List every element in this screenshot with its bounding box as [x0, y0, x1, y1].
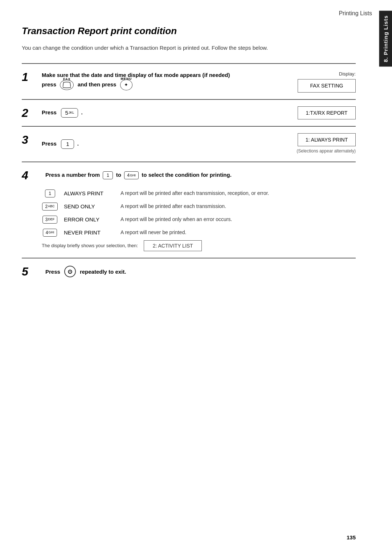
step-4-display-note: The display briefly shows your selection…	[42, 240, 356, 251]
step-5-body: Press ⊙ repeatedly to exit.	[45, 266, 126, 277]
step-2-key: 5JKL	[61, 108, 78, 118]
step-4: 4 Press a number from 1 to 4GHI to selec…	[22, 162, 356, 258]
page-title: Transaction Report print condition	[22, 25, 356, 37]
option-3-name: ERROR ONLY	[64, 216, 115, 223]
step-2-key-sub: JKL	[69, 111, 74, 114]
step-2: 2 Press 5JKL . 1:TX/RX REPORT	[22, 99, 356, 126]
option-error-only: 3DEF ERROR ONLY A report will be printed…	[42, 216, 356, 224]
step-1-and-then: and then press	[76, 81, 119, 87]
option-4-name: NEVER PRINT	[64, 229, 115, 236]
option-always-print: 1 ALWAYS PRINT A report will be printed …	[42, 189, 356, 197]
step-5-end: repeatedly to exit.	[80, 269, 126, 275]
step-3-key: 1	[61, 139, 74, 149]
step-5-number: 5	[22, 265, 42, 278]
fax-key: FAX	[60, 80, 74, 90]
option-3-desc: A report will be printed only when an er…	[121, 216, 356, 223]
step-3-instruction: Press	[42, 140, 57, 147]
step-3: 3 Press 1 . 1: ALWAYS PRINT (Selections …	[22, 126, 356, 162]
menu-label: MENU	[121, 76, 132, 82]
step-1-display-label: Display:	[276, 70, 356, 78]
menu-key: MENU ✦	[120, 79, 132, 90]
option-2-name: SEND ONLY	[64, 203, 115, 209]
step-1-display: Display: FAX SETTING	[276, 70, 356, 93]
step-5-press: Press	[45, 269, 60, 275]
step-1-display-box: FAX SETTING	[298, 79, 356, 92]
step-2-display-box: 1:TX/RX REPORT	[298, 106, 356, 119]
page-number: 135	[347, 534, 356, 540]
stop-key: ⊙	[64, 266, 76, 277]
side-tab: 8. Printing Lists	[379, 11, 392, 67]
step-3-selections-note: (Selections appear alternately)	[276, 148, 356, 155]
option-2-key: 2ABC	[42, 203, 57, 211]
step-4-key-to: 4GHI	[124, 171, 139, 179]
intro-text: You can change the condition under which…	[22, 44, 356, 52]
step-3-number: 3	[22, 133, 42, 146]
step-2-number: 2	[22, 106, 42, 119]
fax-label: FAX	[63, 77, 71, 82]
option-3-key: 3DEF	[42, 216, 58, 224]
option-1-key: 1	[45, 189, 55, 197]
option-send-only: 2ABC SEND ONLY A report will be printed …	[42, 203, 356, 211]
step-4-instruction: Press a number from 1 to 4GHI to select …	[45, 171, 232, 179]
step-1: 1 Make sure that the date and time displ…	[22, 63, 356, 99]
option-2-desc: A report will be printed after each tran…	[121, 203, 356, 210]
step-2-instruction: Press	[42, 109, 57, 115]
option-1-name: ALWAYS PRINT	[64, 189, 115, 196]
options-grid: 1 ALWAYS PRINT A report will be printed …	[42, 189, 356, 237]
option-4-key: 4GHI	[43, 229, 57, 237]
option-4-desc: A report will never be printed.	[121, 229, 356, 236]
step-4-number: 4	[22, 169, 42, 182]
printing-lists-label: Printing Lists	[339, 10, 372, 17]
step-4-display-box: 2: ACTIVITY LIST	[144, 240, 202, 251]
option-1-desc: A report will be printed after each tran…	[121, 189, 356, 197]
step-5: 5 Press ⊙ repeatedly to exit.	[22, 258, 356, 285]
step-1-press-text: press	[42, 81, 59, 87]
step-1-number: 1	[22, 70, 42, 83]
option-never-print: 4GHI NEVER PRINT A report will never be …	[42, 229, 356, 237]
step-4-key-from: 1	[103, 171, 113, 179]
step-3-display-box: 1: ALWAYS PRINT	[298, 133, 356, 146]
